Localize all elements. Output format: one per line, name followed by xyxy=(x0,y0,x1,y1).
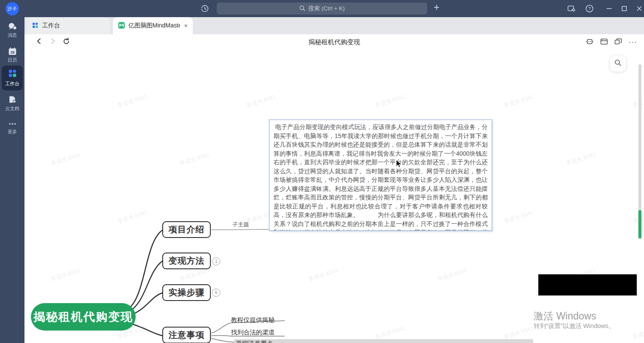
sidebar-item-workbench[interactable]: 工作台 xyxy=(0,81,24,87)
scrollbar-track[interactable] xyxy=(638,64,641,213)
messages-icon[interactable] xyxy=(0,22,24,31)
search-input[interactable]: 搜索 (Ctrl + K) xyxy=(217,3,427,15)
calendar-icon[interactable]: 26 xyxy=(0,47,24,56)
workbench-tab-icon xyxy=(32,22,39,30)
tab-mindmaster[interactable]: 亿图脑图MindMaster × xyxy=(113,17,193,34)
back-icon[interactable] xyxy=(36,38,43,46)
search-icon xyxy=(299,5,305,12)
browser-window-icon[interactable] xyxy=(600,38,608,47)
forward-icon[interactable] xyxy=(49,38,56,46)
sidebar-item-more[interactable]: 更多 xyxy=(0,129,24,135)
mindmap-root-node[interactable]: 揭秘租机代购变现 xyxy=(31,303,136,331)
minimize-button[interactable] xyxy=(605,5,613,14)
close-button[interactable] xyxy=(635,5,643,14)
mindmap-node-monetization[interactable]: 变现方法 xyxy=(162,253,211,269)
mindmaster-tab-icon xyxy=(118,22,125,30)
maximize-button[interactable] xyxy=(620,5,628,14)
tab-strip: 工作台 亿图脑图MindMaster × xyxy=(24,17,644,34)
avatar[interactable]: 沙子 xyxy=(6,2,19,15)
new-tab-button[interactable]: + xyxy=(434,2,439,13)
sidebar-item-messages[interactable]: 消息 xyxy=(0,32,24,39)
cloud-docs-icon[interactable] xyxy=(0,95,24,104)
search-icon xyxy=(614,59,622,68)
collapsed-count-badge[interactable]: 1 xyxy=(212,257,220,265)
activate-windows-title: 激活 Windows xyxy=(534,310,596,323)
mindmap-node-steps[interactable]: 实操步骤 xyxy=(162,284,211,301)
announcement-icon[interactable] xyxy=(567,4,576,15)
scrollbar-thumb[interactable] xyxy=(638,210,641,238)
mouse-cursor xyxy=(396,159,402,170)
help-icon[interactable]: ? xyxy=(585,4,594,15)
mindmap-subtopic[interactable]: 找到合法的渠道 xyxy=(231,328,275,337)
search-placeholder: 搜索 (Ctrl + K) xyxy=(308,5,345,12)
mindmap-subtopic[interactable]: 教程仅提供揭秘 xyxy=(231,316,275,324)
refresh-icon[interactable] xyxy=(63,38,70,47)
subtopic-placeholder-label[interactable]: 子主题 xyxy=(232,221,249,229)
activate-windows-subtitle: 转到“设置”以激活 Windows。 xyxy=(534,322,615,330)
mindmap-subtopic-selected[interactable]: 再细说是重点 xyxy=(234,339,533,343)
svg-text:?: ? xyxy=(588,6,591,11)
history-icon[interactable] xyxy=(200,4,210,15)
tab-label: 工作台 xyxy=(42,22,60,30)
tab-workbench[interactable]: 工作台 xyxy=(27,17,110,34)
tab-label: 亿图脑图MindMaster xyxy=(128,22,180,30)
canvas-search-button[interactable] xyxy=(610,56,626,72)
multi-window-icon[interactable] xyxy=(614,38,622,47)
ai-assistant-icon[interactable] xyxy=(586,38,594,47)
page-title: 揭秘租机代购变现 xyxy=(24,38,644,46)
workbench-icon[interactable] xyxy=(0,69,24,78)
sidebar-item-calendar[interactable]: 日历 xyxy=(0,57,24,63)
svg-text:26: 26 xyxy=(10,50,15,54)
mindmap-node-notes[interactable]: 注意事项 xyxy=(162,327,211,343)
tab-close-icon[interactable]: × xyxy=(184,22,188,29)
collapsed-count-badge[interactable]: 6 xyxy=(212,289,220,297)
more-icon[interactable] xyxy=(0,121,24,127)
mindmap-note-textbox[interactable]: 电子产品分期变现的变向模式玩法，应该很多人之前做过分期电子产品业务，分期买手机、… xyxy=(269,120,492,231)
sidebar-item-cloud-docs[interactable]: 云文档 xyxy=(0,105,24,112)
more-options-icon[interactable]: ··· xyxy=(629,39,637,46)
redacted-black-box xyxy=(538,274,637,296)
mindmap-node-project-intro[interactable]: 项目介绍 xyxy=(162,221,211,238)
